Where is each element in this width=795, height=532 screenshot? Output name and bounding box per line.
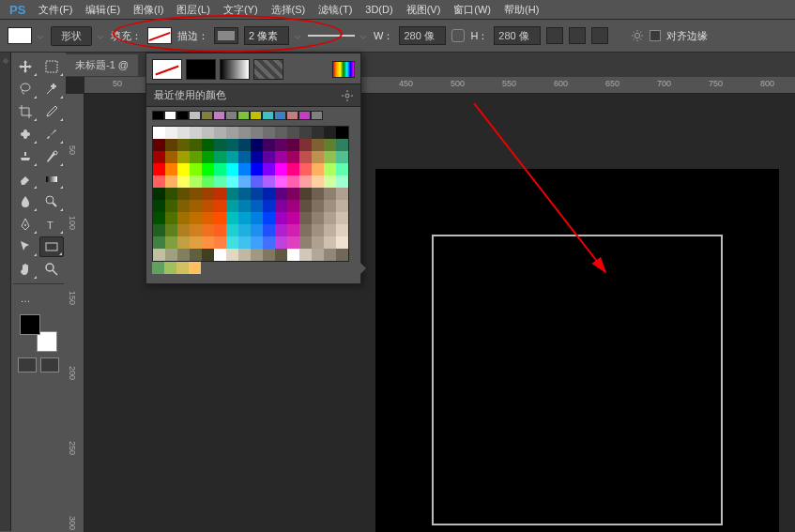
color-swatch[interactable] [238,151,251,163]
color-swatch[interactable] [312,236,324,249]
color-swatch[interactable] [324,212,336,224]
color-swatch[interactable] [275,175,287,188]
color-swatch[interactable] [324,236,336,249]
color-swatch[interactable] [275,151,287,163]
brush-tool[interactable] [39,124,64,144]
color-swatch[interactable] [263,139,275,151]
color-swatch[interactable] [226,200,238,212]
color-swatch[interactable] [202,224,214,236]
color-swatch[interactable] [214,200,226,212]
color-swatch[interactable] [214,163,226,175]
color-swatch[interactable] [190,175,202,188]
color-swatch[interactable] [251,224,263,236]
recent-color-swatch[interactable] [213,111,225,120]
color-swatch[interactable] [176,262,189,274]
color-swatch[interactable] [287,200,299,212]
height-input[interactable]: 280 像 [494,26,541,45]
color-swatch[interactable] [190,127,202,139]
color-swatch[interactable] [152,262,164,274]
solid-color-button[interactable] [186,59,216,80]
path-alignment-button[interactable] [569,27,586,44]
color-swatch[interactable] [226,163,238,175]
color-swatch[interactable] [226,139,238,151]
color-swatch[interactable] [324,139,336,151]
color-swatch[interactable] [263,175,275,188]
color-swatch[interactable] [238,224,251,236]
color-swatch[interactable] [275,163,287,175]
color-swatch[interactable] [299,249,312,261]
hand-tool[interactable] [13,259,38,280]
clone-stamp-tool[interactable] [13,146,38,167]
menu-select[interactable]: 选择(S) [266,1,312,19]
color-swatch[interactable] [202,200,214,212]
color-swatch[interactable] [165,224,177,236]
color-swatch[interactable] [202,127,214,139]
color-swatch[interactable] [324,200,336,212]
color-swatch[interactable] [202,139,214,151]
pen-tool[interactable] [13,214,38,235]
menu-image[interactable]: 图像(I) [128,1,169,19]
recent-color-swatch[interactable] [225,111,237,120]
recent-color-swatch[interactable] [298,111,311,120]
color-swatch[interactable] [214,236,226,249]
color-swatch[interactable] [287,175,299,188]
color-swatch[interactable] [165,249,177,261]
color-swatch[interactable] [336,151,348,163]
menu-help[interactable]: 帮助(H) [498,1,544,19]
color-swatch[interactable] [287,224,299,236]
gear-icon[interactable] [631,29,644,42]
stroke-width-input[interactable] [244,26,289,45]
color-swatch[interactable] [251,163,263,175]
chevron-down-icon[interactable] [294,32,300,38]
color-swatch[interactable] [275,212,287,224]
pattern-button[interactable] [253,59,283,80]
color-swatch[interactable] [299,127,312,139]
color-swatch[interactable] [312,188,324,200]
color-swatch[interactable] [312,163,324,175]
menu-edit[interactable]: 编辑(E) [80,1,126,19]
color-swatch[interactable] [226,212,238,224]
color-swatch[interactable] [312,200,324,212]
color-swatch[interactable] [251,151,263,163]
color-swatch[interactable] [263,249,275,261]
color-swatch[interactable] [238,127,251,139]
color-swatch[interactable] [153,163,165,175]
color-swatch[interactable] [153,224,165,236]
link-icon[interactable] [451,29,465,42]
color-swatch[interactable] [275,236,287,249]
color-swatch[interactable] [214,127,226,139]
color-swatch[interactable] [214,249,226,261]
color-swatch[interactable] [177,139,190,151]
color-swatch[interactable] [336,188,348,200]
stroke-style-preview[interactable] [308,35,355,37]
color-swatch[interactable] [189,262,201,274]
color-swatch[interactable] [190,212,202,224]
color-swatch[interactable] [251,212,263,224]
width-input[interactable]: 280 像 [399,26,446,45]
color-swatch[interactable] [324,127,336,139]
color-swatch[interactable] [165,139,177,151]
color-swatch[interactable] [238,200,251,212]
color-swatch[interactable] [251,249,263,261]
recent-color-swatch[interactable] [201,111,213,120]
color-swatch[interactable] [238,175,251,188]
color-swatch[interactable] [165,151,177,163]
color-swatch[interactable] [287,163,299,175]
color-swatch[interactable] [275,249,287,261]
color-swatch[interactable] [238,139,251,151]
magic-wand-tool[interactable] [39,79,64,99]
color-swatch[interactable] [214,188,226,200]
color-swatch[interactable] [324,151,336,163]
eraser-tool[interactable] [13,169,38,190]
color-swatch[interactable] [153,249,165,261]
color-swatch[interactable] [177,212,190,224]
color-swatch[interactable] [251,175,263,188]
tool-preset-swatch[interactable] [8,27,32,44]
color-swatch[interactable] [263,236,275,249]
color-swatch[interactable] [275,127,287,139]
color-swatch[interactable] [336,175,348,188]
recent-color-swatch[interactable] [274,111,286,120]
color-swatch[interactable] [165,200,177,212]
color-swatch[interactable] [312,175,324,188]
color-swatch[interactable] [202,188,214,200]
